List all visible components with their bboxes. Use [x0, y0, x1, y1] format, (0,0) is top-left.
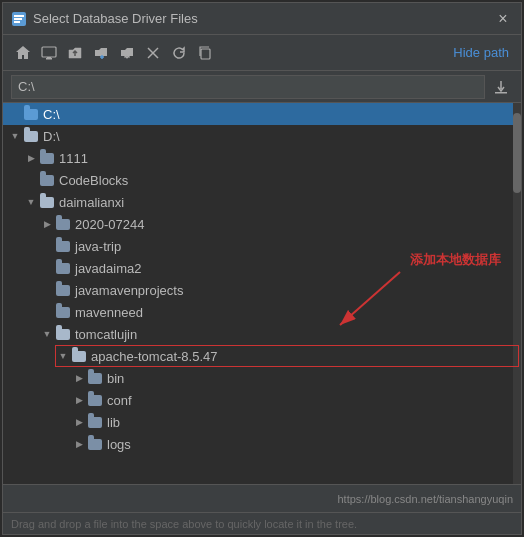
- toggle-codeblocks[interactable]: [23, 172, 39, 188]
- svg-rect-6: [47, 57, 51, 59]
- tree-item-apache-tomcat[interactable]: ▼ apache-tomcat-8.5.47: [3, 345, 521, 367]
- scrollbar-thumb[interactable]: [513, 113, 521, 193]
- toggle-c-drive[interactable]: [7, 106, 23, 122]
- svg-rect-3: [14, 21, 20, 23]
- delete-button[interactable]: [141, 41, 165, 65]
- folder-icon-2020: [55, 217, 71, 231]
- refresh-button[interactable]: [167, 41, 191, 65]
- path-download-button[interactable]: [489, 75, 513, 99]
- label-logs: logs: [107, 437, 131, 452]
- copy-button[interactable]: [193, 41, 217, 65]
- path-input[interactable]: [11, 75, 485, 99]
- folder-icon-lib: [87, 415, 103, 429]
- toggle-apache-tomcat[interactable]: ▼: [55, 348, 71, 364]
- toggle-d-drive[interactable]: ▼: [7, 128, 23, 144]
- dialog-window: Select Database Driver Files ×: [2, 2, 522, 535]
- tree-item-lib[interactable]: ▶ lib: [3, 411, 521, 433]
- svg-rect-1: [14, 15, 24, 17]
- tree-item-2020[interactable]: ▶ 2020-07244: [3, 213, 521, 235]
- svg-rect-10: [495, 92, 507, 94]
- toggle-conf[interactable]: ▶: [71, 392, 87, 408]
- folder-icon-bin: [87, 371, 103, 385]
- toggle-logs[interactable]: ▶: [71, 436, 87, 452]
- label-2020: 2020-07244: [75, 217, 144, 232]
- label-mavenneed: mavenneed: [75, 305, 143, 320]
- hint-text: Drag and drop a file into the space abov…: [11, 518, 357, 530]
- toggle-1111[interactable]: ▶: [23, 150, 39, 166]
- label-bin: bin: [107, 371, 124, 386]
- bottom-bar: https://blog.csdn.net/tianshangyuqin: [3, 484, 521, 512]
- import-button[interactable]: [115, 41, 139, 65]
- tree-item-tomcatlujin[interactable]: ▼ tomcatlujin: [3, 323, 521, 345]
- tree-item-bin[interactable]: ▶ bin: [3, 367, 521, 389]
- toggle-daimalianxi[interactable]: ▼: [23, 194, 39, 210]
- tree-item-codeblocks[interactable]: CodeBlocks: [3, 169, 521, 191]
- tree-item-conf[interactable]: ▶ conf: [3, 389, 521, 411]
- label-c-drive: C:\: [43, 107, 60, 122]
- folder-icon-java-trip: [55, 239, 71, 253]
- tree-item-logs[interactable]: ▶ logs: [3, 433, 521, 455]
- label-daimalianxi: daimalianxi: [59, 195, 124, 210]
- tree-item-java-trip[interactable]: java-trip: [3, 235, 521, 257]
- tree-item-javamavenprojects[interactable]: javamavenprojects: [3, 279, 521, 301]
- home-button[interactable]: [11, 41, 35, 65]
- folder-icon-1111: [39, 151, 55, 165]
- tree-item-1111[interactable]: ▶ 1111: [3, 147, 521, 169]
- toggle-bin[interactable]: ▶: [71, 370, 87, 386]
- svg-rect-2: [14, 18, 22, 20]
- dialog-title: Select Database Driver Files: [33, 11, 493, 26]
- folder-icon-codeblocks: [39, 173, 55, 187]
- path-bar: [3, 71, 521, 103]
- label-javadaima2: javadaima2: [75, 261, 142, 276]
- apache-tomcat-wrapper: ▼ apache-tomcat-8.5.47: [3, 345, 521, 367]
- folder-icon-javamavenprojects: [55, 283, 71, 297]
- label-d-drive: D:\: [43, 129, 60, 144]
- tree-item-d-drive[interactable]: ▼ D:\: [3, 125, 521, 147]
- svg-rect-4: [42, 47, 56, 57]
- label-1111: 1111: [59, 151, 88, 166]
- hide-path-button[interactable]: Hide path: [449, 43, 513, 62]
- toggle-2020[interactable]: ▶: [39, 216, 55, 232]
- tree-item-javadaima2[interactable]: javadaima2: [3, 257, 521, 279]
- folder-icon-javadaima2: [55, 261, 71, 275]
- tree-item-mavenneed[interactable]: mavenneed: [3, 301, 521, 323]
- toggle-tomcatlujin[interactable]: ▼: [39, 326, 55, 342]
- app-icon: [11, 11, 27, 27]
- toggle-mavenneed[interactable]: [39, 304, 55, 320]
- folder-icon-mavenneed: [55, 305, 71, 319]
- desktop-button[interactable]: [37, 41, 61, 65]
- folder-icon-d-drive: [23, 129, 39, 143]
- label-tomcatlujin: tomcatlujin: [75, 327, 137, 342]
- folder-icon-tomcatlujin: [55, 327, 71, 341]
- label-conf: conf: [107, 393, 132, 408]
- tree-item-c-drive[interactable]: C:\: [3, 103, 521, 125]
- toolbar: Hide path: [3, 35, 521, 71]
- toggle-java-trip[interactable]: [39, 238, 55, 254]
- toggle-javadaima2[interactable]: [39, 260, 55, 276]
- folder-icon-logs: [87, 437, 103, 451]
- new-folder-button[interactable]: [89, 41, 113, 65]
- scrollbar[interactable]: [513, 103, 521, 484]
- folder-up-button[interactable]: [63, 41, 87, 65]
- folder-icon-conf: [87, 393, 103, 407]
- svg-rect-9: [201, 49, 210, 59]
- file-tree: C:\ ▼ D:\ ▶ 1111 CodeBlocks: [3, 103, 521, 484]
- label-javamavenprojects: javamavenprojects: [75, 283, 183, 298]
- tree-item-daimalianxi[interactable]: ▼ daimalianxi: [3, 191, 521, 213]
- folder-icon-c-drive: [23, 107, 39, 121]
- label-lib: lib: [107, 415, 120, 430]
- close-button[interactable]: ×: [493, 9, 513, 29]
- folder-icon-daimalianxi: [39, 195, 55, 209]
- label-apache-tomcat: apache-tomcat-8.5.47: [91, 349, 217, 364]
- toggle-lib[interactable]: ▶: [71, 414, 87, 430]
- label-java-trip: java-trip: [75, 239, 121, 254]
- bottom-url: https://blog.csdn.net/tianshangyuqin: [337, 493, 513, 505]
- label-codeblocks: CodeBlocks: [59, 173, 128, 188]
- title-bar: Select Database Driver Files ×: [3, 3, 521, 35]
- toggle-javamavenprojects[interactable]: [39, 282, 55, 298]
- hint-text-bar: Drag and drop a file into the space abov…: [3, 512, 521, 534]
- folder-icon-apache-tomcat: [71, 349, 87, 363]
